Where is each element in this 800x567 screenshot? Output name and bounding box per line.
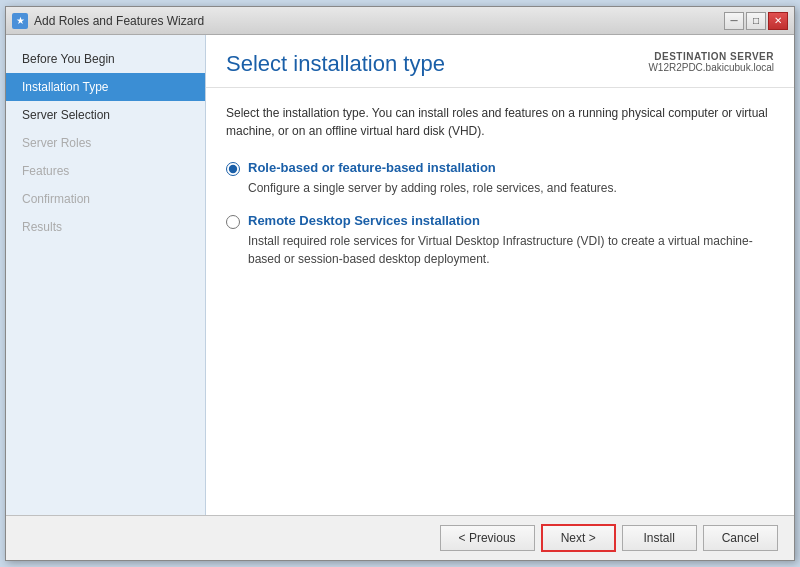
title-bar: ★ Add Roles and Features Wizard ─ □ ✕ (6, 7, 794, 35)
install-button[interactable]: Install (622, 525, 697, 551)
maximize-button[interactable]: □ (746, 12, 766, 30)
option-remote-desktop-radio[interactable] (226, 215, 240, 229)
main-window: ★ Add Roles and Features Wizard ─ □ ✕ Be… (5, 6, 795, 561)
option-remote-desktop-desc: Install required role services for Virtu… (248, 232, 774, 268)
destination-value: W12R2PDC.bakicubuk.local (648, 62, 774, 73)
option-role-based-desc: Configure a single server by adding role… (248, 179, 774, 197)
option-role-based-row: Role-based or feature-based installation (226, 160, 774, 176)
main-body-wrapper: Select the installation type. You can in… (206, 88, 794, 515)
option-remote-desktop-row: Remote Desktop Services installation (226, 213, 774, 229)
option-remote-desktop: Remote Desktop Services installation Ins… (226, 213, 774, 268)
sidebar-item-server-roles: Server Roles (6, 129, 205, 157)
footer: < Previous Next > Install Cancel (6, 515, 794, 560)
close-button[interactable]: ✕ (768, 12, 788, 30)
option-role-based-title: Role-based or feature-based installation (248, 160, 496, 175)
description-text: Select the installation type. You can in… (226, 104, 774, 140)
sidebar-item-features: Features (6, 157, 205, 185)
title-bar-left: ★ Add Roles and Features Wizard (12, 13, 204, 29)
cancel-button[interactable]: Cancel (703, 525, 778, 551)
sidebar: Before You Begin Installation Type Serve… (6, 35, 206, 515)
page-title: Select installation type (226, 51, 445, 77)
content-area: Before You Begin Installation Type Serve… (6, 35, 794, 515)
window-icon: ★ (12, 13, 28, 29)
window-controls: ─ □ ✕ (724, 12, 788, 30)
next-button[interactable]: Next > (541, 524, 616, 552)
previous-button[interactable]: < Previous (440, 525, 535, 551)
window-title: Add Roles and Features Wizard (34, 14, 204, 28)
option-role-based: Role-based or feature-based installation… (226, 160, 774, 197)
sidebar-item-results: Results (6, 213, 205, 241)
main-header: Select installation type DESTINATION SER… (206, 35, 794, 88)
minimize-button[interactable]: ─ (724, 12, 744, 30)
sidebar-item-before-you-begin[interactable]: Before You Begin (6, 45, 205, 73)
option-remote-desktop-title: Remote Desktop Services installation (248, 213, 480, 228)
main-content: Select installation type DESTINATION SER… (206, 35, 794, 515)
option-group: Role-based or feature-based installation… (226, 160, 774, 268)
option-role-based-radio[interactable] (226, 162, 240, 176)
sidebar-item-confirmation: Confirmation (6, 185, 205, 213)
destination-label: DESTINATION SERVER (648, 51, 774, 62)
destination-server-info: DESTINATION SERVER W12R2PDC.bakicubuk.lo… (648, 51, 774, 73)
sidebar-item-installation-type[interactable]: Installation Type (6, 73, 205, 101)
sidebar-item-server-selection[interactable]: Server Selection (6, 101, 205, 129)
main-body: Select the installation type. You can in… (206, 88, 794, 515)
